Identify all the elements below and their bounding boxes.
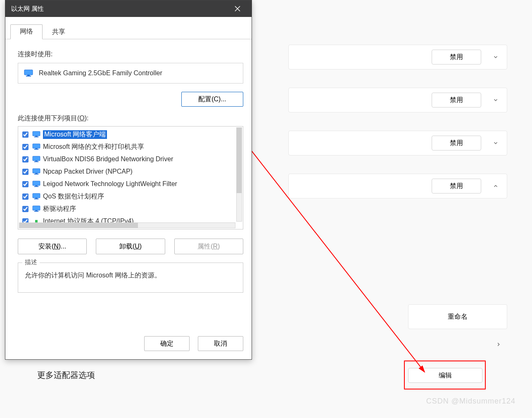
- item-checkbox[interactable]: [22, 181, 28, 187]
- item-label: 桥驱动程序: [43, 205, 76, 213]
- chevron-right-icon[interactable]: [496, 342, 501, 347]
- item-checkbox[interactable]: [22, 193, 28, 200]
- watermark: CSDN @Midsummer124: [426, 397, 515, 406]
- svg-rect-6: [33, 131, 40, 136]
- description-group: 描述 允许你的计算机访问 Microsoft 网络上的资源。: [18, 263, 243, 293]
- list-item[interactable]: 桥驱动程序: [21, 203, 242, 215]
- close-icon[interactable]: [229, 0, 246, 17]
- item-checkbox[interactable]: [22, 144, 28, 150]
- list-item[interactable]: Leigod Network Technology LightWeight Fi…: [21, 178, 242, 190]
- svg-rect-11: [34, 149, 39, 150]
- list-item[interactable]: QoS 数据包计划程序: [21, 190, 242, 203]
- edit-card[interactable]: 编辑: [408, 363, 507, 388]
- adapter-card-3[interactable]: 禁用: [288, 131, 507, 155]
- svg-rect-22: [35, 198, 37, 199]
- network-client-icon: [32, 143, 40, 150]
- chevron-down-icon[interactable]: [493, 140, 499, 146]
- description-legend: 描述: [22, 258, 40, 266]
- ethernet-properties-dialog: 以太网 属性 网络 共享 连接时使用: Realtek Gaming 2.5Gb…: [5, 0, 252, 360]
- svg-rect-7: [35, 136, 37, 137]
- item-checkbox[interactable]: [22, 169, 28, 175]
- cancel-button[interactable]: 取消: [198, 336, 243, 351]
- svg-rect-13: [35, 161, 37, 162]
- network-client-icon: [32, 131, 40, 138]
- list-item[interactable]: VirtualBox NDIS6 Bridged Networking Driv…: [21, 153, 242, 165]
- svg-rect-26: [34, 211, 39, 212]
- list-item[interactable]: Microsoft 网络的文件和打印机共享: [21, 141, 242, 153]
- disable-button-1[interactable]: 禁用: [432, 50, 481, 64]
- disable-button-3[interactable]: 禁用: [432, 136, 481, 150]
- network-adapter-icon: [24, 69, 33, 77]
- rename-card[interactable]: 重命名: [408, 304, 507, 329]
- scrollbar-thumb[interactable]: [237, 128, 242, 193]
- disable-button-4[interactable]: 禁用: [432, 179, 481, 193]
- network-client-icon: [32, 181, 40, 187]
- adapter-card-4[interactable]: 禁用: [288, 174, 507, 198]
- svg-rect-25: [35, 210, 37, 211]
- dialog-footer: 确定 取消: [144, 336, 243, 351]
- network-items-listbox[interactable]: Microsoft 网络客户端Microsoft 网络的文件和打印机共享Virt…: [18, 126, 243, 229]
- svg-rect-24: [33, 206, 40, 210]
- svg-rect-3: [24, 70, 33, 75]
- svg-rect-18: [33, 181, 40, 186]
- disable-button-2[interactable]: 禁用: [432, 93, 481, 107]
- item-checkbox[interactable]: [22, 131, 28, 138]
- vertical-scrollbar[interactable]: [236, 127, 242, 222]
- properties-button[interactable]: 属性(R): [174, 239, 243, 254]
- chevron-up-icon[interactable]: [493, 183, 499, 189]
- uninstall-button[interactable]: 卸载(U): [96, 239, 165, 254]
- svg-rect-17: [34, 174, 39, 174]
- connect-using-label: 连接时使用:: [18, 50, 243, 59]
- svg-rect-16: [35, 173, 37, 174]
- disable-label: 禁用: [450, 53, 463, 62]
- dialog-tabstrip: 网络 共享: [5, 22, 252, 39]
- list-item[interactable]: Microsoft 网络客户端: [21, 128, 242, 141]
- dialog-title: 以太网 属性: [11, 5, 44, 13]
- description-text: 允许你的计算机访问 Microsoft 网络上的资源。: [25, 271, 236, 280]
- install-button[interactable]: 安装(N)...: [18, 239, 87, 254]
- svg-rect-8: [34, 136, 39, 137]
- ok-button[interactable]: 确定: [144, 336, 190, 351]
- connection-uses-label: 此连接使用下列项目(O):: [18, 114, 243, 123]
- edit-button[interactable]: 编辑: [408, 368, 482, 383]
- adapter-card-1[interactable]: 禁用: [288, 45, 507, 69]
- item-label: VirtualBox NDIS6 Bridged Networking Driv…: [43, 155, 173, 163]
- list-item[interactable]: Npcap Packet Driver (NPCAP): [21, 165, 242, 178]
- chevron-down-icon[interactable]: [493, 54, 499, 60]
- adapter-field[interactable]: Realtek Gaming 2.5GbE Family Controller: [18, 63, 243, 84]
- item-label: Npcap Packet Driver (NPCAP): [43, 168, 133, 175]
- svg-rect-21: [33, 193, 40, 198]
- more-adapters-label: 更多适配器选项: [37, 370, 95, 381]
- dialog-titlebar[interactable]: 以太网 属性: [5, 0, 252, 17]
- svg-rect-23: [34, 198, 39, 199]
- network-client-icon: [32, 156, 40, 162]
- svg-rect-15: [33, 169, 40, 173]
- configure-button[interactable]: 配置(C)...: [181, 92, 243, 107]
- dialog-body: 连接时使用: Realtek Gaming 2.5GbE Family Cont…: [5, 39, 252, 293]
- adapter-name: Realtek Gaming 2.5GbE Family Controller: [39, 69, 162, 77]
- network-client-icon: [32, 205, 40, 212]
- scrollbar-thumb[interactable]: [19, 223, 138, 228]
- item-checkbox[interactable]: [22, 156, 28, 162]
- network-client-icon: [32, 168, 40, 175]
- item-label: Microsoft 网络的文件和打印机共享: [43, 143, 144, 151]
- svg-rect-19: [35, 186, 37, 186]
- list-action-buttons: 安装(N)... 卸载(U) 属性(R): [18, 239, 243, 254]
- svg-rect-4: [27, 75, 30, 76]
- tab-sharing[interactable]: 共享: [43, 25, 75, 39]
- svg-rect-5: [26, 76, 31, 76]
- item-label: QoS 数据包计划程序: [43, 192, 104, 201]
- svg-rect-9: [33, 144, 40, 148]
- rename-button[interactable]: 重命名: [420, 309, 495, 324]
- tab-network[interactable]: 网络: [10, 24, 43, 39]
- item-label: Leigod Network Technology LightWeight Fi…: [43, 180, 177, 188]
- svg-rect-10: [35, 148, 37, 149]
- chevron-down-icon[interactable]: [493, 97, 499, 103]
- network-client-icon: [32, 193, 40, 200]
- svg-rect-12: [33, 156, 40, 161]
- svg-rect-14: [34, 161, 39, 162]
- item-label: Microsoft 网络客户端: [43, 130, 107, 139]
- adapter-card-2[interactable]: 禁用: [288, 88, 507, 112]
- item-checkbox[interactable]: [22, 206, 28, 212]
- horizontal-scrollbar[interactable]: [19, 222, 235, 228]
